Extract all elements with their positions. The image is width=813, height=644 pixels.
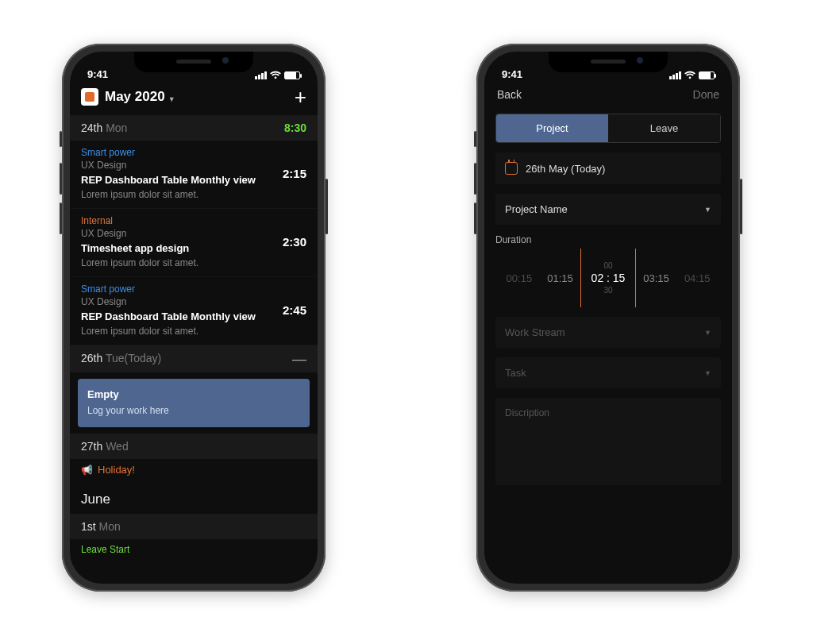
picker-option[interactable]: 00:15 <box>499 272 540 284</box>
screen-timesheet-list: 9:41 May 2020▼ + 24th Mon 8:30 <box>70 52 318 584</box>
empty-sub: Log your work here <box>87 405 300 416</box>
entry-title: Timesheet app design <box>81 242 198 254</box>
signal-icon <box>255 71 267 79</box>
entry-desc: Lorem ipsum dolor sit amet. <box>81 326 256 337</box>
chevron-down-icon: ▼ <box>704 206 711 214</box>
phone-mock-right: 9:41 Back Done Project Leave 26th May (T… <box>476 44 740 592</box>
tab-leave[interactable]: Leave <box>608 114 720 142</box>
picker-selected[interactable]: 00 02 : 15 30 <box>580 249 635 307</box>
workstream-select[interactable]: Work Stream ▼ <box>495 317 721 348</box>
category: UX Design <box>81 296 256 307</box>
chevron-down-icon: ▼ <box>704 369 711 377</box>
wifi-icon <box>270 71 281 80</box>
calendar-icon <box>505 162 518 175</box>
description-textarea[interactable]: Discription <box>495 398 721 485</box>
duration-picker[interactable]: Duration 00:15 01:15 00 02 : 15 30 03:15… <box>495 234 721 307</box>
notch <box>134 52 253 72</box>
no-total-icon: — <box>292 352 306 366</box>
app-logo-icon[interactable] <box>81 88 98 106</box>
entry-desc: Lorem ipsum dolor sit amet. <box>81 257 198 268</box>
time-entry[interactable]: Internal UX Design Timesheet app design … <box>70 209 318 277</box>
date-field[interactable]: 26th May (Today) <box>495 152 721 184</box>
back-button[interactable]: Back <box>497 88 522 101</box>
phone-mock-left: 9:41 May 2020▼ + 24th Mon 8:30 <box>62 44 326 592</box>
day-header[interactable]: 27th Wed <box>70 434 318 459</box>
project-tag: Smart power <box>81 147 256 158</box>
time-entry[interactable]: Smart power UX Design REP Dashboard Tabl… <box>70 277 318 345</box>
done-button[interactable]: Done <box>693 88 719 101</box>
day-total: 8:30 <box>284 121 306 134</box>
header: May 2020▼ + <box>70 82 318 115</box>
notch <box>549 52 668 72</box>
month-divider: June <box>70 485 318 514</box>
entry-duration: 2:30 <box>283 235 306 249</box>
leave-marker: Leave Start <box>70 539 318 560</box>
chevron-down-icon: ▼ <box>704 329 711 337</box>
entry-title: REP Dashboard Table Monthly view <box>81 174 256 186</box>
day-header[interactable]: 1st Mon <box>70 514 318 539</box>
category: UX Design <box>81 228 198 239</box>
status-time: 9:41 <box>87 68 108 80</box>
day-header[interactable]: 26th Tue(Today) — <box>70 345 318 372</box>
announcement-icon: 📢 <box>81 465 93 476</box>
empty-title: Empty <box>87 388 300 400</box>
picker-option[interactable]: 03:15 <box>636 272 677 284</box>
tab-project[interactable]: Project <box>496 114 608 142</box>
battery-icon <box>284 71 300 79</box>
entry-title: REP Dashboard Table Monthly view <box>81 310 256 322</box>
empty-state-card[interactable]: Empty Log your work here <box>78 379 310 427</box>
picker-option[interactable]: 04:15 <box>676 272 718 284</box>
entry-desc: Lorem ipsum dolor sit amet. <box>81 189 256 200</box>
chevron-down-icon: ▼ <box>168 95 175 103</box>
category: UX Design <box>81 160 256 171</box>
status-indicators <box>669 71 715 80</box>
task-select[interactable]: Task ▼ <box>495 357 721 388</box>
project-tag: Smart power <box>81 283 256 295</box>
wifi-icon <box>684 71 695 80</box>
battery-icon <box>699 71 715 79</box>
add-button[interactable]: + <box>295 87 306 107</box>
segmented-control[interactable]: Project Leave <box>495 114 721 143</box>
project-select[interactable]: Project Name ▼ <box>495 194 721 225</box>
day-header[interactable]: 24th Mon 8:30 <box>70 115 318 141</box>
nav-bar: Back Done <box>484 82 732 107</box>
month-selector[interactable]: May 2020▼ <box>105 89 175 105</box>
entry-duration: 2:45 <box>283 303 306 317</box>
signal-icon <box>669 71 681 79</box>
holiday-row: 📢 Holiday! <box>70 459 318 485</box>
status-indicators <box>255 71 300 80</box>
entry-duration: 2:15 <box>283 167 306 180</box>
screen-log-form: 9:41 Back Done Project Leave 26th May (T… <box>484 52 732 584</box>
project-tag: Internal <box>81 215 198 226</box>
status-time: 9:41 <box>502 68 522 80</box>
time-entry[interactable]: Smart power UX Design REP Dashboard Tabl… <box>70 141 318 209</box>
picker-option[interactable]: 01:15 <box>540 272 581 284</box>
